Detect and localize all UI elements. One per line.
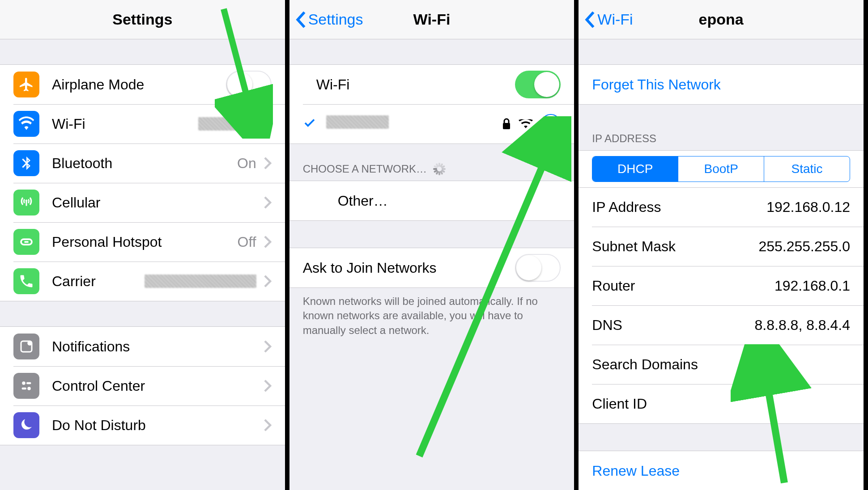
renew-group: Renew Lease	[579, 451, 864, 490]
row-label: Wi-Fi	[52, 116, 85, 132]
renew-label: Renew Lease	[592, 463, 680, 479]
moon-icon	[13, 412, 39, 438]
row-router[interactable]: Router 192.168.0.1	[579, 266, 864, 305]
segment-static[interactable]: Static	[764, 156, 850, 182]
row-dns[interactable]: DNS 8.8.8.8, 8.8.4.4	[579, 305, 864, 345]
back-label: Settings	[308, 11, 363, 28]
other-label: Other…	[338, 193, 388, 209]
row-search-domains[interactable]: Search Domains	[579, 345, 864, 384]
row-subnet-mask[interactable]: Subnet Mask 255.255.255.0	[579, 227, 864, 266]
row-ask-to-join[interactable]: Ask to Join Networks	[289, 248, 574, 287]
airplane-toggle[interactable]	[226, 71, 272, 98]
row-wifi[interactable]: Wi-Fi	[0, 104, 285, 144]
svg-point-1	[27, 341, 32, 346]
airplane-icon	[13, 72, 39, 97]
carrier-name-redacted	[145, 275, 256, 288]
navbar: Settings Wi-Fi	[289, 0, 574, 39]
svg-rect-7	[503, 123, 510, 129]
row-carrier[interactable]: Carrier	[0, 262, 285, 301]
row-forget-network[interactable]: Forget This Network	[579, 65, 864, 104]
row-connected-network[interactable]: i	[289, 104, 574, 144]
field-label: Subnet Mask	[592, 238, 676, 255]
chevron-right-icon	[264, 418, 272, 432]
wifi-screen: Settings Wi-Fi Wi-Fi i CHOOSE A NE	[289, 0, 579, 490]
chevron-right-icon	[264, 117, 272, 131]
back-button[interactable]: Settings	[289, 11, 363, 29]
bluetooth-status: On	[237, 155, 256, 172]
row-label: Cellular	[52, 194, 100, 211]
network-details-screen: Wi-Fi epona Forget This Network IP ADDRE…	[579, 0, 868, 490]
segment-bootp[interactable]: BootP	[678, 156, 764, 182]
info-icon[interactable]: i	[541, 114, 561, 134]
row-client-id[interactable]: Client ID	[579, 384, 864, 423]
wifi-toggle-group: Wi-Fi i	[289, 64, 574, 144]
bluetooth-icon	[13, 150, 39, 176]
field-label: Search Domains	[592, 356, 698, 373]
row-bluetooth[interactable]: Bluetooth On	[0, 144, 285, 183]
ask-label: Ask to Join Networks	[303, 260, 437, 276]
row-label: Notifications	[52, 338, 130, 355]
chevron-right-icon	[264, 156, 272, 170]
field-label: Client ID	[592, 396, 647, 412]
segment-dhcp[interactable]: DHCP	[592, 156, 678, 182]
navbar-title: Settings	[0, 11, 285, 28]
field-label: Router	[592, 278, 635, 294]
cellular-icon	[13, 190, 39, 215]
notifications-icon	[13, 334, 39, 359]
row-label: Carrier	[52, 273, 96, 290]
wifi-label: Wi-Fi	[316, 76, 350, 93]
field-value: 8.8.8.8, 8.8.4.4	[755, 317, 851, 334]
row-airplane-mode[interactable]: Airplane Mode	[0, 65, 285, 104]
settings-group-2: Notifications Control Center Do Not Dist…	[0, 326, 285, 445]
chevron-left-icon	[584, 11, 596, 29]
wifi-signal-icon	[519, 118, 533, 129]
ip-address-header: IP ADDRESS	[579, 127, 864, 150]
lock-icon	[502, 118, 511, 130]
forget-group: Forget This Network	[579, 64, 864, 105]
navbar: Wi-Fi epona	[579, 0, 864, 39]
hotspot-icon	[13, 229, 39, 255]
row-label: Airplane Mode	[52, 76, 144, 93]
ask-to-join-group: Ask to Join Networks Known networks will…	[289, 248, 574, 344]
row-control-center[interactable]: Control Center	[0, 366, 285, 406]
ask-toggle[interactable]	[515, 254, 561, 282]
chevron-right-icon	[264, 235, 272, 249]
svg-rect-5	[22, 388, 27, 390]
chevron-right-icon	[264, 340, 272, 353]
row-personal-hotspot[interactable]: Personal Hotspot Off	[0, 222, 285, 262]
ask-footer: Known networks will be joined automatica…	[289, 288, 574, 344]
chevron-right-icon	[264, 275, 272, 288]
row-renew-lease[interactable]: Renew Lease	[579, 451, 864, 490]
row-label: Personal Hotspot	[52, 234, 162, 250]
connected-network-name-redacted	[326, 115, 389, 132]
chevron-right-icon	[264, 379, 272, 393]
settings-group-1: Airplane Mode Wi-Fi Bluetooth On	[0, 64, 285, 301]
wifi-toggle[interactable]	[515, 71, 561, 98]
field-value: 255.255.255.0	[758, 238, 850, 255]
row-cellular[interactable]: Cellular	[0, 183, 285, 222]
forget-label: Forget This Network	[592, 76, 721, 93]
settings-screen: Settings Airplane Mode Wi-Fi	[0, 0, 289, 490]
row-other-network[interactable]: Other…	[289, 181, 574, 220]
row-label: Bluetooth	[52, 155, 112, 172]
field-label: IP Address	[592, 199, 661, 215]
row-ip-address[interactable]: IP Address 192.168.0.12	[579, 187, 864, 227]
control-center-icon	[13, 373, 39, 399]
hotspot-status: Off	[238, 234, 256, 250]
phone-icon	[13, 268, 39, 294]
row-do-not-disturb[interactable]: Do Not Disturb	[0, 406, 285, 445]
ip-config-segmented-control[interactable]: DHCP BootP Static	[592, 156, 850, 182]
chevron-left-icon	[295, 11, 306, 29]
row-wifi-toggle[interactable]: Wi-Fi	[289, 65, 574, 104]
navbar: Settings	[0, 0, 285, 39]
row-notifications[interactable]: Notifications	[0, 327, 285, 366]
field-value: 192.168.0.1	[774, 278, 850, 294]
row-label: Control Center	[52, 378, 145, 394]
chevron-right-icon	[264, 196, 272, 209]
field-label: DNS	[592, 317, 622, 334]
choose-network-header: CHOOSE A NETWORK…	[289, 157, 574, 181]
svg-point-4	[27, 387, 31, 390]
back-button[interactable]: Wi-Fi	[579, 11, 633, 29]
back-label: Wi-Fi	[597, 11, 633, 28]
svg-rect-3	[26, 382, 31, 384]
